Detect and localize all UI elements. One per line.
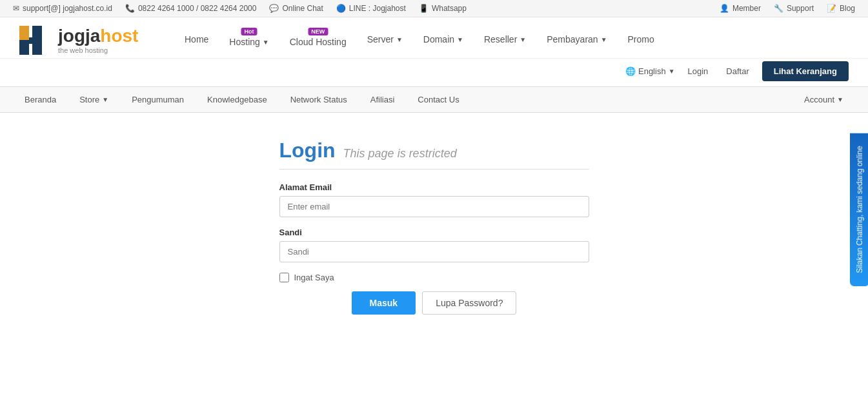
account-chevron-icon: ▼ [837,96,843,103]
blog-icon: 📝 [827,4,836,13]
password-form-group: Sandi [279,228,589,262]
email-input[interactable] [279,196,589,217]
keranjang-button[interactable]: Lihat Keranjang [762,61,849,81]
phone-number: 0822 4264 1000 / 0822 4264 2000 [138,4,257,13]
sec-nav-network-status[interactable]: Network Status [279,87,359,112]
online-chat-contact[interactable]: 💬 Online Chat [269,4,323,13]
sec-nav-contact-us[interactable]: Contact Us [406,87,470,112]
password-label: Sandi [279,228,589,237]
nav-reseller[interactable]: Reseller ▼ [474,25,536,55]
nav-pembayaran[interactable]: Pembayaran ▼ [536,25,617,55]
logo-tagline: the web hosting [58,46,138,54]
online-chat-link[interactable]: Online Chat [282,4,323,13]
sec-nav-afiliasi[interactable]: Afiliasi [359,87,407,112]
login-title-main: Login [279,139,336,162]
support-link[interactable]: 🔧 Support [774,4,814,13]
server-chevron-icon: ▼ [396,36,403,43]
svg-rect-2 [32,26,42,55]
nav-domain[interactable]: Domain ▼ [413,25,474,55]
auth-row: 🌐 English ▼ Login Daftar Lihat Keranjang [0,58,868,86]
login-title: Login This page is restricted [279,139,589,162]
email-contact[interactable]: ✉ support[@] jogjahost.co.id [13,4,112,13]
form-actions: Masuk Lupa Password? [279,291,589,315]
sec-nav-account[interactable]: Account ▼ [792,87,855,112]
sec-nav-knowledgebase[interactable]: Knowledgebase [196,87,279,112]
top-bar: ✉ support[@] jogjahost.co.id 📞 0822 4264… [0,0,868,17]
remember-me-checkbox[interactable] [279,273,289,282]
main-content: Login This page is restricted Alamat Ema… [125,113,744,340]
login-title-sub: This page is restricted [343,147,457,161]
remember-me-label: Ingat Saya [294,273,334,282]
line-contact[interactable]: 🔵 LINE : Jogjahost [336,4,406,13]
support-icon: 🔧 [774,4,783,13]
email-label: Alamat Email [279,182,589,192]
hosting-badge: Hot [241,28,257,35]
nav-promo[interactable]: Promo [618,25,665,55]
store-chevron-icon: ▼ [102,96,108,103]
lupa-password-button[interactable]: Lupa Password? [422,291,516,315]
daftar-button[interactable]: Daftar [721,64,754,79]
sec-nav-store[interactable]: Store ▼ [68,87,120,112]
whatsapp-contact[interactable]: 📱 Whatsapp [419,4,467,13]
domain-chevron-icon: ▼ [457,36,463,43]
phone-contact[interactable]: 📞 0822 4264 1000 / 0822 4264 2000 [125,4,257,13]
line-link[interactable]: LINE : Jogjahost [349,4,406,13]
password-input[interactable] [279,241,589,262]
sec-nav-beranda[interactable]: Beranda [13,87,68,112]
logo-text: jogjahost the web hosting [58,26,138,54]
pembayaran-chevron-icon: ▼ [601,36,607,43]
blog-link[interactable]: 📝 Blog [827,4,855,13]
main-navigation: Home Hot Hosting ▼ NEW Cloud Hosting Ser… [174,25,849,55]
member-text[interactable]: Member [732,4,761,13]
whatsapp-link[interactable]: Whatsapp [432,4,467,13]
login-form-container: Login This page is restricted Alamat Ema… [279,139,589,315]
sec-nav-pengumuman[interactable]: Pengumuman [120,87,196,112]
remember-me-row: Ingat Saya [279,273,589,282]
nav-cloud-hosting[interactable]: NEW Cloud Hosting [279,25,357,55]
blog-text[interactable]: Blog [840,4,855,13]
email-icon: ✉ [13,4,19,13]
line-icon: 🔵 [336,4,346,13]
phone-icon: 📞 [125,4,135,13]
language-selector[interactable]: 🌐 English ▼ [625,66,675,76]
side-chat-button[interactable]: Silakan Chatting, kami sedang online [850,133,868,286]
nav-home[interactable]: Home [174,25,219,55]
lang-chevron-icon: ▼ [669,68,675,75]
login-divider [279,169,589,170]
language-label: English [638,66,666,76]
member-icon: 👤 [720,4,729,13]
support-text[interactable]: Support [787,4,814,13]
email-form-group: Alamat Email [279,182,589,217]
logo-icon [19,23,52,58]
nav-hosting[interactable]: Hot Hosting ▼ [219,25,279,55]
cloud-hosting-badge: NEW [308,28,328,35]
reseller-chevron-icon: ▼ [520,36,526,43]
hosting-chevron-icon: ▼ [263,39,269,46]
whatsapp-icon: 📱 [419,4,429,13]
globe-icon: 🌐 [625,66,636,76]
secondary-navigation: Beranda Store ▼ Pengumuman Knowledgebase… [0,87,868,113]
header: jogjahost the web hosting Home Hot Hosti… [0,17,868,87]
login-button[interactable]: Login [683,64,714,79]
chat-icon: 💬 [269,4,279,13]
masuk-button[interactable]: Masuk [352,291,416,315]
svg-rect-3 [19,26,29,40]
member-link[interactable]: 👤 Member [720,4,761,13]
nav-server[interactable]: Server ▼ [357,25,413,55]
email-link[interactable]: support[@] jogjahost.co.id [23,4,112,13]
logo[interactable]: jogjahost the web hosting [19,23,148,58]
